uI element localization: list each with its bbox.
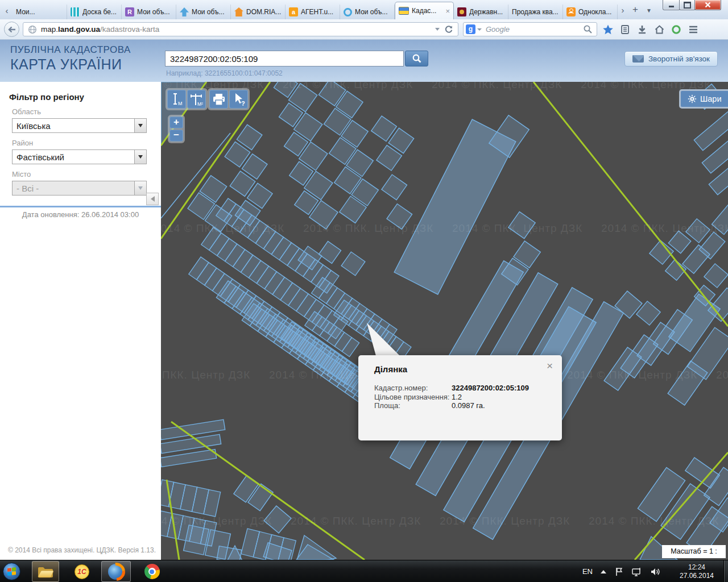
map-parcel[interactable] <box>217 546 242 560</box>
sidebar-field-misto: Місто - Всі - <box>12 170 147 196</box>
popup-row-value: 3224987200:02:05:109 <box>452 384 529 393</box>
dropdown-arrow-button[interactable] <box>134 119 146 132</box>
field-label: Місто <box>12 170 147 178</box>
map-parcel[interactable] <box>694 109 728 151</box>
language-indicator[interactable]: EN <box>582 567 593 576</box>
filter-title: Фільтр по регіону <box>9 92 161 102</box>
tab-7[interactable]: Мои объ... <box>340 5 395 19</box>
action-center-flag-icon[interactable] <box>614 567 623 577</box>
layers-button[interactable]: Шари <box>679 89 728 109</box>
map-parcel[interactable] <box>382 174 407 200</box>
search-engine-dropdown-icon[interactable] <box>477 28 482 31</box>
field-value: Фастівський <box>13 152 134 162</box>
print-button[interactable] <box>209 90 228 109</box>
popup-close-icon[interactable]: × <box>547 360 553 372</box>
show-desktop-button[interactable] <box>723 560 728 582</box>
tab-10[interactable]: Продажа ква... <box>508 5 563 19</box>
update-date-text: Дата оновлення: 26.06.2014 03:00 <box>0 210 161 219</box>
map-parcel[interactable] <box>319 242 341 264</box>
window-restore-button[interactable] <box>679 0 696 10</box>
url-bar[interactable]: map.land.gov.ua/kadastrova-karta <box>23 22 458 36</box>
tab-scroll-right-icon[interactable]: › <box>618 3 628 17</box>
map-parcel[interactable] <box>704 264 728 288</box>
select-raion[interactable]: Фастівський <box>12 149 147 164</box>
zoom-out-button[interactable]: − <box>169 130 183 142</box>
measure-toolbar: М М² <box>166 88 208 110</box>
cadastral-map-canvas[interactable] <box>161 82 728 560</box>
measure-area-icon: М² <box>189 92 205 107</box>
tab-title: АГЕНТ.u... <box>301 8 336 16</box>
sidebar-divider <box>0 206 161 207</box>
envelope-icon <box>632 55 644 63</box>
blue-arrow-favicon <box>180 7 189 16</box>
field-label: Область <box>12 107 147 116</box>
tab-3[interactable]: R Мои объ... <box>122 5 176 19</box>
measure-area-button[interactable]: М² <box>187 90 206 109</box>
tab-list-dropdown-icon[interactable]: ▼ <box>643 3 655 17</box>
tab-9[interactable]: Державн... <box>454 5 508 19</box>
teal-bars-favicon <box>71 7 80 16</box>
select-oblast[interactable]: Київська <box>12 118 147 133</box>
map-parcel[interactable] <box>508 211 535 238</box>
zoom-in-button[interactable]: + <box>169 117 183 128</box>
search-magnifier-icon[interactable] <box>583 24 593 35</box>
feedback-button[interactable]: Зворотній зв'язок <box>624 51 718 66</box>
taskbar-1c-button[interactable]: 1С <box>69 561 94 582</box>
sidebar-collapse-button[interactable] <box>146 193 159 205</box>
dropdown-arrow-button[interactable] <box>134 150 146 164</box>
map-parcel[interactable] <box>387 204 412 230</box>
ok-orange-favicon <box>566 7 576 16</box>
reload-icon[interactable] <box>444 25 453 34</box>
tab-6[interactable]: a АГЕНТ.u... <box>286 5 340 19</box>
menu-hamburger-icon[interactable] <box>685 22 702 37</box>
network-icon[interactable] <box>631 567 642 577</box>
copyright-footer: © 2014 Всі права захищені. ЦДЗК. Версія … <box>8 546 156 554</box>
desktop-screen: ‹ Мои... Доска бе... R Мои объ... Мои об… <box>0 0 728 582</box>
window-close-button[interactable] <box>694 0 721 10</box>
addon-ring-icon[interactable] <box>668 22 685 37</box>
map-scale-indicator: Масштаб = 1 : 8531 <box>662 545 726 558</box>
windows-logo-icon <box>7 567 16 576</box>
tab-scroll-left-icon[interactable]: ‹ <box>1 5 13 17</box>
bookmarks-menu-icon[interactable] <box>617 22 634 37</box>
browser-search-bar[interactable]: g <box>463 22 597 36</box>
map-parcel[interactable] <box>264 506 291 533</box>
tab-8-active[interactable]: Кадас... × <box>395 2 454 19</box>
hidden-icons-arrow-icon[interactable] <box>601 570 606 573</box>
bookmark-star-icon[interactable] <box>599 22 617 37</box>
back-button[interactable] <box>4 22 19 37</box>
taskbar-chrome-button[interactable] <box>139 561 165 582</box>
tab-4[interactable]: Мои объ... <box>176 5 231 19</box>
orange-house-favicon <box>234 7 243 16</box>
tab-2[interactable]: Доска бе... <box>67 5 122 19</box>
tab-1[interactable]: Мои... <box>13 5 67 19</box>
new-tab-button[interactable]: + <box>628 3 643 17</box>
identify-button[interactable]: ? <box>229 90 248 109</box>
taskbar-firefox-button[interactable] <box>101 561 131 582</box>
taskbar-clock[interactable]: 12:24 27.06.2014 <box>673 563 720 580</box>
map-parcel[interactable] <box>686 219 710 243</box>
firefox-icon <box>108 564 124 580</box>
tab-5[interactable]: DOM.RIA... <box>231 5 286 19</box>
home-icon[interactable] <box>651 22 668 37</box>
cadastral-search-button[interactable] <box>405 51 428 66</box>
start-button[interactable] <box>3 563 20 580</box>
tab-close-icon[interactable]: × <box>445 7 450 15</box>
zoom-control: + − <box>168 115 185 143</box>
measure-length-button[interactable]: М <box>167 90 186 109</box>
dropdown-arrow-button[interactable] <box>134 181 146 195</box>
url-dropdown-icon[interactable] <box>435 28 440 31</box>
downloads-icon[interactable] <box>634 22 651 37</box>
volume-icon[interactable] <box>650 567 661 577</box>
url-text: map.land.gov.ua/kadastrova-karta <box>41 25 159 34</box>
select-misto[interactable]: - Всі - <box>12 181 147 196</box>
map-parcel[interactable] <box>712 204 728 234</box>
cadastral-number-input[interactable] <box>165 51 404 66</box>
browser-navigation-bar: map.land.gov.ua/kadastrova-karta g <box>0 19 728 40</box>
browser-search-input[interactable] <box>485 24 583 34</box>
window-minimize-button[interactable] <box>663 0 680 10</box>
taskbar-explorer-button[interactable] <box>32 561 59 582</box>
map-parcel[interactable] <box>341 252 365 276</box>
tab-11[interactable]: Однокла... <box>563 5 618 19</box>
orange-a-favicon: a <box>289 7 298 16</box>
